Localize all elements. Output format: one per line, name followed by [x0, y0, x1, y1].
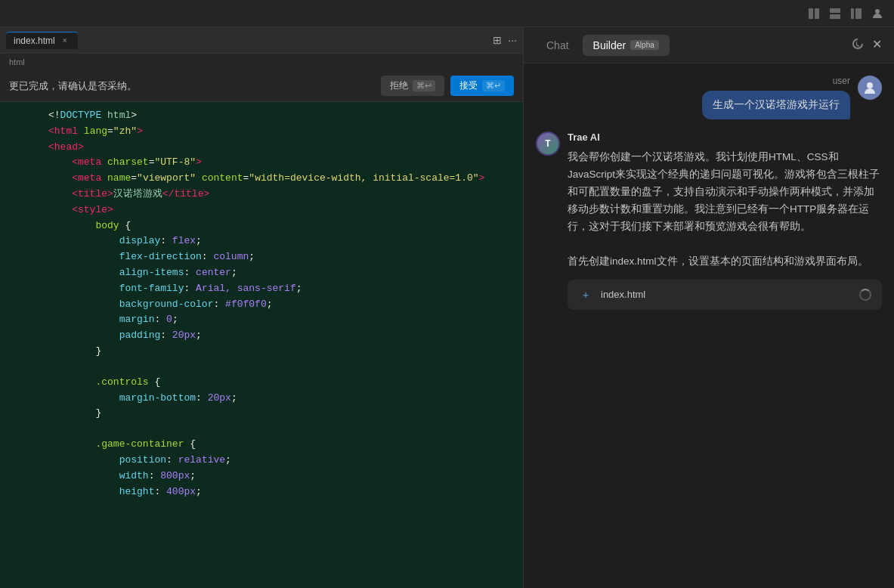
builder-tab-label: Builder — [593, 39, 626, 51]
top-bar — [0, 0, 894, 27]
file-add-icon: + — [578, 287, 593, 302]
split-editor-icon[interactable]: ⊞ — [493, 34, 502, 46]
code-line-18: .controls { — [0, 375, 523, 391]
code-line-11: align-items: center; — [0, 265, 523, 281]
code-line-19: margin-bottom: 20px; — [0, 391, 523, 407]
diff-banner: 更已完成，请确认是否采纳。 拒绝 ⌘↩ 接受 ⌘↵ — [0, 70, 523, 102]
code-line-24: width: 800px; — [0, 469, 523, 484]
layout-icon[interactable] — [827, 6, 843, 21]
main-layout: index.html × ⊞ ··· html 更已完成，请确认是否采纳。 拒绝… — [0, 27, 894, 588]
reject-button[interactable]: 拒绝 ⌘↩ — [381, 76, 444, 96]
user-label: user — [833, 76, 850, 86]
accept-label: 接受 — [459, 79, 478, 92]
history-icon[interactable] — [851, 37, 865, 54]
breadcrumb-bar: html — [0, 54, 523, 70]
file-name: index.html — [601, 289, 852, 300]
code-line-9: display: flex; — [0, 234, 523, 249]
code-line-22: .game-container { — [0, 437, 523, 453]
close-icon[interactable]: ✕ — [872, 37, 882, 54]
chat-area[interactable]: user 生成一个汉诺塔游戏并运行 T Trae AI — [524, 63, 894, 588]
code-line-6: <title>汉诺塔游戏</title> — [0, 187, 523, 203]
tab-close-button[interactable]: × — [60, 36, 70, 46]
chat-tab-label: Chat — [546, 39, 569, 51]
ai-message-row: T Trae AI 我会帮你创建一个汉诺塔游戏。我计划使用HTML、CSS和Ja… — [536, 132, 882, 310]
code-editor[interactable]: <!DOCTYPE html> <html lang="zh"> <head> … — [0, 102, 523, 588]
svg-rect-5 — [855, 8, 862, 19]
editor-tab-index-html[interactable]: index.html × — [6, 32, 78, 49]
svg-rect-4 — [851, 8, 854, 19]
svg-rect-2 — [830, 8, 840, 13]
code-line-20: } — [0, 406, 523, 422]
reject-shortcut: ⌘↩ — [413, 80, 435, 91]
code-line-16: } — [0, 344, 523, 360]
user-message-content: user 生成一个汉诺塔游戏并运行 — [702, 76, 850, 119]
user-bubble: 生成一个汉诺塔游戏并运行 — [702, 91, 850, 119]
diff-banner-text: 更已完成，请确认是否采纳。 — [9, 79, 375, 93]
code-line-13: background-color: #f0f0f0; — [0, 297, 523, 313]
ai-avatar: T — [536, 132, 560, 156]
code-line-14: margin: 0; — [0, 312, 523, 328]
user-avatar — [858, 76, 882, 100]
right-tab-bar: Chat Builder Alpha ✕ — [524, 27, 894, 63]
code-line-21 — [0, 422, 523, 437]
user-message-row: user 生成一个汉诺塔游戏并运行 — [536, 76, 882, 119]
ai-message-content: Trae AI 我会帮你创建一个汉诺塔游戏。我计划使用HTML、CSS和Java… — [568, 132, 882, 310]
file-loading-spinner — [859, 289, 871, 301]
code-line-10: flex-direction: column; — [0, 249, 523, 265]
code-line-25: height: 400px; — [0, 484, 523, 500]
ai-avatar-inner: T — [537, 133, 558, 154]
svg-rect-0 — [809, 8, 813, 19]
svg-rect-3 — [830, 14, 840, 19]
accept-button[interactable]: 接受 ⌘↵ — [450, 76, 514, 96]
svg-point-6 — [875, 9, 880, 14]
code-line-3: <head> — [0, 140, 523, 156]
code-line-7: <style> — [0, 203, 523, 218]
layout-sidebar-icon[interactable] — [849, 6, 864, 21]
tab-chat[interactable]: Chat — [536, 35, 580, 56]
ai-text: 我会帮你创建一个汉诺塔游戏。我计划使用HTML、CSS和JavaScript来实… — [568, 149, 882, 271]
file-attachment[interactable]: + index.html — [568, 280, 882, 310]
tab-builder[interactable]: Builder Alpha — [583, 35, 670, 56]
user-profile-icon[interactable] — [870, 6, 885, 21]
code-line-23: position: relative; — [0, 453, 523, 469]
ai-name: Trae AI — [568, 132, 882, 143]
alpha-badge: Alpha — [630, 40, 659, 50]
tab-bar-actions: ⊞ ··· — [493, 34, 517, 46]
breadcrumb-text: html — [9, 57, 25, 67]
tab-filename: index.html — [14, 36, 55, 46]
svg-rect-1 — [815, 8, 819, 19]
svg-point-7 — [867, 82, 873, 88]
code-line-15: padding: 20px; — [0, 328, 523, 344]
code-line-12: font-family: Arial, sans-serif; — [0, 281, 523, 297]
editor-tab-bar: index.html × ⊞ ··· — [0, 27, 523, 54]
code-line-4: <meta charset="UTF-8"> — [0, 155, 523, 171]
right-tab-actions: ✕ — [851, 37, 882, 54]
right-panel: Chat Builder Alpha ✕ user 生成 — [524, 27, 894, 588]
code-line-17 — [0, 360, 523, 375]
editor-panel: index.html × ⊞ ··· html 更已完成，请确认是否采纳。 拒绝… — [0, 27, 524, 588]
code-line-5: <meta name="viewport" content="width=dev… — [0, 171, 523, 187]
layout-split-icon[interactable] — [806, 6, 821, 21]
accept-shortcut: ⌘↵ — [482, 80, 505, 91]
reject-label: 拒绝 — [390, 79, 408, 92]
code-line-8: body { — [0, 218, 523, 234]
more-actions-icon[interactable]: ··· — [508, 34, 517, 46]
code-line-1: <!DOCTYPE html> — [0, 108, 523, 124]
code-line-2: <html lang="zh"> — [0, 124, 523, 140]
